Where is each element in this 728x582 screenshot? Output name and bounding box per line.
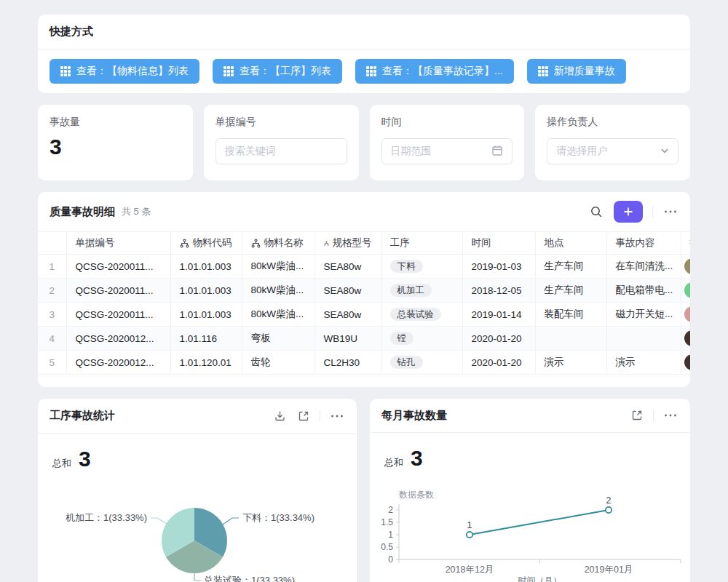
search-button[interactable] <box>588 204 604 220</box>
cell-material-name: 弯板 <box>242 327 314 351</box>
cell-material-code: 1.01.120.01 <box>170 351 242 375</box>
svg-text:1: 1 <box>388 530 393 540</box>
cell-content: 在车间清洗... <box>606 255 681 279</box>
process-tag: 镗 <box>390 332 414 346</box>
cell-doc-no: QCSG-2020012... <box>66 351 170 375</box>
cell-spec: CL2H30 <box>314 351 381 375</box>
cell-spec: SEA80w <box>314 255 381 279</box>
table-row[interactable]: 2QCSG-2020011...1.01.01.00380kW柴油...SEA8… <box>38 279 690 303</box>
svg-text:2019年01月: 2019年01月 <box>585 565 633 575</box>
app-grid-icon <box>366 66 376 76</box>
monthly-count-title: 每月事故数量 <box>381 409 447 423</box>
column-header-5[interactable]: 工序 <box>381 232 462 255</box>
process-stats-actions <box>272 408 345 423</box>
expand-button[interactable] <box>630 408 644 423</box>
svg-text:机加工：1(33.33%): 机加工：1(33.33%) <box>66 512 147 523</box>
cell-doc-no: QCSG-2020012... <box>66 327 170 351</box>
cell-material-name: 80kW柴油... <box>242 303 314 327</box>
column-header-8[interactable]: 事故内容 <box>606 232 681 255</box>
process-total-row: 总和 3 <box>38 434 357 471</box>
incident-detail-header: 质量事故明细 共 5 条 <box>38 192 690 231</box>
cell-spec: SEA80w <box>314 279 381 303</box>
cell-time: 2019-01-14 <box>462 303 535 327</box>
cell-process: 总装试验 <box>381 303 462 327</box>
column-header-7[interactable]: 地点 <box>535 232 606 255</box>
date-range-input[interactable]: 日期范围 <box>381 138 513 164</box>
cell-time: 2020-01-20 <box>462 327 535 351</box>
svg-text:0: 0 <box>388 554 393 565</box>
table-row[interactable]: 1QCSG-2020011...1.01.01.00380kW柴油...SEA8… <box>38 255 690 279</box>
cell-doc-no: QCSG-2020011... <box>66 303 170 327</box>
table-row[interactable]: 4QCSG-2020012...1.01.116弯板WB19U镗2020-01-… <box>38 327 690 351</box>
cell-content: 配电箱带电... <box>606 279 681 303</box>
cell-process: 钻孔 <box>381 351 462 375</box>
expand-icon <box>298 410 309 422</box>
process-total-value: 3 <box>79 447 91 471</box>
shortcut-button-1[interactable]: 查看：【工序】列表 <box>213 59 342 84</box>
filter-row: 事故量 3 单据编号 搜索关键词 时间 日期范围 操作负责人 <box>38 105 690 180</box>
column-header-2[interactable]: 物料代码 <box>170 232 242 255</box>
shortcut-button-label: 查看：【工序】列表 <box>240 65 331 78</box>
process-tag: 下料 <box>390 260 423 274</box>
svg-text:2018年12月: 2018年12月 <box>446 565 494 575</box>
download-button[interactable] <box>272 408 288 423</box>
table-row[interactable]: 3QCSG-2020011...1.01.01.00380kW柴油...SEA8… <box>38 303 690 327</box>
incident-count-card: 事故量 3 <box>38 105 193 180</box>
cell-material-name: 齿轮 <box>242 351 314 375</box>
cell-material-code: 1.01.01.003 <box>170 279 242 303</box>
row-index: 1 <box>38 255 66 279</box>
monthly-count-more-button[interactable] <box>662 412 678 419</box>
incident-table-scroll-area[interactable]: 单据编号物料代码物料名称规格型号工序时间地点事故内容操作负责人 1QCSG-20… <box>38 231 690 375</box>
svg-text:2: 2 <box>388 505 393 515</box>
shortcut-button-0[interactable]: 查看：【物料信息】列表 <box>50 59 199 84</box>
actions-divider <box>320 410 320 421</box>
expand-icon <box>631 410 643 421</box>
process-stats-more-button[interactable] <box>329 412 345 420</box>
column-header-6[interactable]: 时间 <box>462 232 535 255</box>
column-header-3[interactable]: 物料名称 <box>242 232 314 255</box>
cell-operator <box>681 255 690 279</box>
table-header-row: 单据编号物料代码物料名称规格型号工序时间地点事故内容操作负责人 <box>38 232 690 255</box>
process-tag: 机加工 <box>390 284 432 298</box>
cell-operator <box>681 351 690 375</box>
operator-filter-card: 操作负责人 请选择用户 <box>535 105 690 180</box>
cell-doc-no: QCSG-2020011... <box>66 279 170 303</box>
shortcut-button-2[interactable]: 查看：【质量事故记录】... <box>355 59 514 84</box>
add-record-button[interactable] <box>614 201 643 223</box>
charts-row: 工序事故统计 <box>38 399 690 582</box>
table-row[interactable]: 5QCSG-2020012...1.01.120.01齿轮CL2H30钻孔202… <box>38 351 690 375</box>
shortcut-button-3[interactable]: 新增质量事故 <box>527 59 626 84</box>
doc-no-filter-card: 单据编号 搜索关键词 <box>204 105 359 180</box>
operator-select[interactable]: 请选择用户 <box>547 138 678 164</box>
column-header-4[interactable]: 规格型号 <box>314 232 381 255</box>
cell-operator <box>681 279 690 303</box>
shortcut-button-label: 查看：【物料信息】列表 <box>76 65 189 78</box>
shortcuts-card: 快捷方式 查看：【物料信息】列表查看：【工序】列表查看：【质量事故记录】...新… <box>38 15 690 93</box>
row-index: 2 <box>38 279 66 303</box>
cell-place: 生产车间 <box>535 279 606 303</box>
monthly-total-label: 总和 <box>384 456 403 469</box>
column-header-1[interactable]: 单据编号 <box>66 232 170 255</box>
operator-avatar <box>684 354 691 370</box>
table-more-button[interactable] <box>662 208 678 215</box>
cell-material-code: 1.01.01.003 <box>170 303 242 327</box>
monthly-total-row: 总和 3 <box>370 433 690 471</box>
app-grid-icon <box>223 66 234 76</box>
calendar-icon <box>491 145 503 159</box>
row-index: 4 <box>38 327 66 351</box>
operator-avatar <box>684 330 691 346</box>
cell-process: 镗 <box>381 327 462 351</box>
doc-no-search-input[interactable]: 搜索关键词 <box>215 138 347 164</box>
svg-text:1.5: 1.5 <box>381 517 393 527</box>
cell-place: 生产车间 <box>535 255 606 279</box>
cell-material-name: 80kW柴油... <box>242 255 314 279</box>
monthly-count-header: 每月事故数量 <box>370 399 690 433</box>
app-grid-icon <box>538 66 548 76</box>
incident-detail-title: 质量事故明细 <box>50 205 115 219</box>
svg-text:时间（月）: 时间（月） <box>518 575 562 582</box>
column-header-9[interactable]: 操作负责人 <box>681 232 690 255</box>
time-filter-label: 时间 <box>381 116 513 129</box>
column-header-0[interactable] <box>38 232 66 255</box>
expand-button[interactable] <box>296 409 311 423</box>
cell-content <box>606 327 681 351</box>
